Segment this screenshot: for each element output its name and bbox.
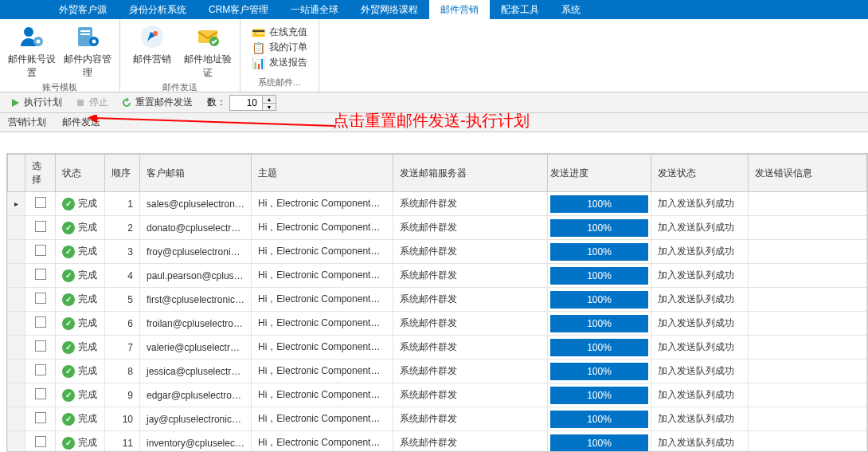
label: 邮件内容管理 bbox=[62, 53, 113, 80]
checkbox[interactable] bbox=[35, 221, 46, 232]
col-sendstatus[interactable]: 发送状态 bbox=[651, 155, 749, 192]
col-select[interactable]: 选择 bbox=[25, 155, 56, 192]
row-handle[interactable] bbox=[8, 360, 25, 383]
row-handle[interactable] bbox=[8, 336, 25, 360]
row-handle[interactable] bbox=[8, 264, 25, 288]
progress-bar: 100% bbox=[550, 315, 648, 332]
row-handle[interactable] bbox=[8, 312, 25, 336]
online-recharge-button[interactable]: 💳在线充值 bbox=[252, 26, 307, 39]
menu-item-3[interactable]: 一站通全球 bbox=[280, 0, 350, 19]
mail-account-settings-button[interactable]: 邮件账号设置 bbox=[5, 22, 59, 81]
table-row[interactable]: ✓完成7valerie@cpluselectroni…Hi，Electronic… bbox=[8, 336, 867, 360]
select-cell[interactable] bbox=[25, 240, 56, 264]
count-input[interactable] bbox=[230, 96, 262, 110]
mail-address-verify-button[interactable]: 邮件地址验证 bbox=[181, 22, 235, 81]
mail-content-manage-button[interactable]: 邮件内容管理 bbox=[61, 22, 115, 81]
count-spinner[interactable]: ▲▼ bbox=[229, 95, 276, 111]
select-cell[interactable] bbox=[25, 288, 56, 312]
table-row[interactable]: ✓完成3froy@cpluselectronics.…Hi，Electronic… bbox=[8, 240, 867, 264]
menu-item-0[interactable]: 外贸客户源 bbox=[48, 0, 118, 19]
row-handle[interactable]: ▸ bbox=[8, 192, 25, 216]
table-row[interactable]: ✓完成4paul.pearson@cplusele…Hi，Electronic … bbox=[8, 264, 867, 288]
table-row[interactable]: ✓完成8jessica@cpluselectroni…Hi，Electronic… bbox=[8, 360, 867, 383]
col-status[interactable]: 状态 bbox=[56, 155, 105, 192]
select-cell[interactable] bbox=[25, 431, 56, 453]
row-handle[interactable] bbox=[8, 240, 25, 264]
menu-item-6[interactable]: 配套工具 bbox=[490, 0, 550, 19]
send-report-button[interactable]: 📊发送报告 bbox=[252, 56, 307, 69]
status-cell: ✓完成 bbox=[56, 360, 105, 383]
row-handle[interactable] bbox=[8, 407, 25, 431]
table-row[interactable]: ✓完成2donato@cpluselectroni…Hi，Electronic … bbox=[8, 216, 867, 240]
table-row[interactable]: ✓完成6froilan@cpluselectronic…Hi，Electroni… bbox=[8, 312, 867, 336]
errinfo-cell bbox=[749, 240, 867, 264]
check-circle-icon: ✓ bbox=[62, 269, 75, 282]
select-cell[interactable] bbox=[25, 360, 56, 383]
select-cell[interactable] bbox=[25, 264, 56, 288]
checkbox[interactable] bbox=[35, 340, 46, 352]
menu-item-1[interactable]: 身份分析系统 bbox=[118, 0, 197, 19]
table-row[interactable]: ✓完成5first@cpluselectronics.…Hi，Electroni… bbox=[8, 288, 867, 312]
col-server[interactable]: 发送邮箱服务器 bbox=[393, 155, 548, 192]
menu-item-2[interactable]: CRM客户管理 bbox=[197, 0, 280, 19]
ribbon: 邮件账号设置 邮件内容管理 账号模板 邮件营销 邮件地址验证 邮件发送 💳在线充… bbox=[0, 19, 868, 92]
col-seq[interactable]: 顺序 bbox=[105, 155, 140, 192]
check-circle-icon: ✓ bbox=[62, 222, 75, 234]
progress-cell: 100% bbox=[548, 264, 651, 288]
seq-cell: 8 bbox=[105, 360, 140, 383]
my-orders-button[interactable]: 📋我的订单 bbox=[252, 41, 307, 54]
select-cell[interactable] bbox=[25, 312, 56, 336]
table-row[interactable]: ▸✓完成1sales@cpluselectronics.…Hi，Electron… bbox=[8, 192, 867, 216]
tab-mail-send[interactable]: 邮件发送 bbox=[59, 116, 104, 129]
check-circle-icon: ✓ bbox=[62, 389, 75, 402]
col-errinfo[interactable]: 发送错误信息 bbox=[749, 155, 867, 192]
col-email[interactable]: 客户邮箱 bbox=[140, 155, 252, 192]
checkbox[interactable] bbox=[35, 412, 46, 423]
menu-item-7[interactable]: 系统 bbox=[550, 0, 592, 19]
select-cell[interactable] bbox=[25, 192, 56, 216]
checkbox[interactable] bbox=[35, 388, 46, 399]
progress-bar: 100% bbox=[550, 195, 648, 213]
select-cell[interactable] bbox=[25, 407, 56, 431]
sendstatus-cell: 加入发送队列成功 bbox=[651, 431, 749, 453]
reset-mail-send-button[interactable]: 重置邮件发送 bbox=[116, 94, 197, 111]
row-handle[interactable] bbox=[8, 431, 25, 453]
col-progress[interactable]: 发送进度 bbox=[548, 155, 651, 192]
progress-cell: 100% bbox=[548, 216, 651, 240]
table-row[interactable]: ✓完成11inventory@cpluselectro…Hi，Electroni… bbox=[8, 431, 867, 453]
menu-item-5[interactable]: 邮件营销 bbox=[429, 0, 490, 19]
row-handle[interactable] bbox=[8, 288, 25, 312]
svg-rect-5 bbox=[80, 33, 90, 35]
menu-item-4[interactable]: 外贸网络课程 bbox=[350, 0, 429, 19]
email-cell: froy@cpluselectronics.… bbox=[140, 240, 252, 264]
data-grid[interactable]: 选择 状态 顺序 客户邮箱 主题 发送邮箱服务器 发送进度 发送状态 发送错误信… bbox=[6, 153, 868, 452]
execute-plan-button[interactable]: 执行计划 bbox=[5, 94, 67, 111]
check-circle-icon: ✓ bbox=[62, 341, 75, 354]
checkbox[interactable] bbox=[35, 269, 46, 280]
spin-down-button[interactable]: ▼ bbox=[263, 103, 276, 110]
status-cell: ✓完成 bbox=[56, 407, 105, 431]
select-cell[interactable] bbox=[25, 216, 56, 240]
checkbox[interactable] bbox=[35, 364, 46, 375]
tab-marketing-plan[interactable]: 营销计划 bbox=[5, 116, 49, 129]
row-handle[interactable] bbox=[8, 383, 25, 407]
stop-button[interactable]: 停止 bbox=[70, 94, 113, 111]
status-cell: ✓完成 bbox=[56, 288, 105, 312]
sendstatus-cell: 加入发送队列成功 bbox=[651, 360, 749, 383]
col-subject[interactable]: 主题 bbox=[252, 155, 393, 192]
svg-rect-12 bbox=[77, 100, 84, 106]
checkbox[interactable] bbox=[35, 245, 46, 256]
table-row[interactable]: ✓完成9edgar@cpluselectronic…Hi，Electronic … bbox=[8, 383, 867, 407]
sendstatus-cell: 加入发送队列成功 bbox=[651, 240, 749, 264]
checkbox[interactable] bbox=[35, 436, 46, 447]
select-cell[interactable] bbox=[25, 336, 56, 360]
mail-marketing-button[interactable]: 邮件营销 bbox=[125, 22, 179, 81]
table-row[interactable]: ✓完成10jay@cpluselectronics.c…Hi，Electroni… bbox=[8, 407, 867, 431]
checkbox[interactable] bbox=[35, 293, 46, 304]
select-cell[interactable] bbox=[25, 383, 56, 407]
spin-up-button[interactable]: ▲ bbox=[263, 96, 276, 103]
row-handle[interactable] bbox=[8, 216, 25, 240]
svg-point-7 bbox=[92, 40, 96, 44]
checkbox[interactable] bbox=[35, 197, 46, 208]
checkbox[interactable] bbox=[35, 316, 46, 328]
